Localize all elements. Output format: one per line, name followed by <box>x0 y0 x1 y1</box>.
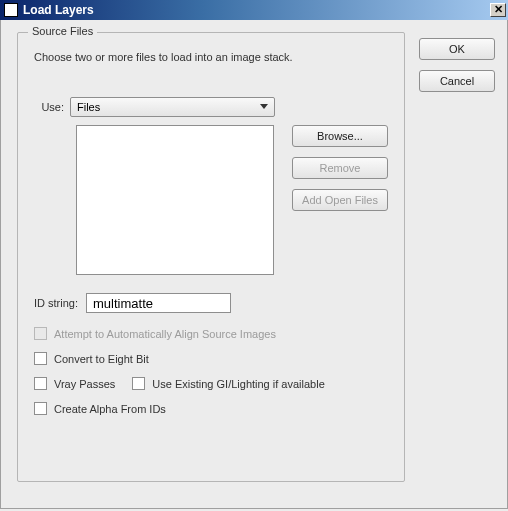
id-string-row: ID string: <box>34 293 388 313</box>
vray-gi-row: Vray Passes Use Existing GI/Lighting if … <box>34 377 388 390</box>
id-string-input[interactable] <box>86 293 231 313</box>
right-button-panel: OK Cancel <box>419 32 495 92</box>
create-alpha-row: Create Alpha From IDs <box>34 402 388 415</box>
files-listbox[interactable] <box>76 125 274 275</box>
window-title: Load Layers <box>23 3 490 17</box>
eight-bit-label: Convert to Eight Bit <box>54 353 149 365</box>
remove-button[interactable]: Remove <box>292 157 388 179</box>
list-side-buttons: Browse... Remove Add Open Files <box>292 125 388 211</box>
group-legend: Source Files <box>28 25 97 37</box>
create-alpha-label: Create Alpha From IDs <box>54 403 166 415</box>
group-description: Choose two or more files to load into an… <box>34 51 388 63</box>
app-icon <box>4 3 18 17</box>
eight-bit-row: Convert to Eight Bit <box>34 352 388 365</box>
use-existing-gi-checkbox[interactable] <box>132 377 145 390</box>
use-label: Use: <box>34 101 70 113</box>
source-files-group: Source Files Choose two or more files to… <box>17 32 405 482</box>
vray-passes-label: Vray Passes <box>54 378 115 390</box>
auto-align-label: Attempt to Automatically Align Source Im… <box>54 328 276 340</box>
id-string-label: ID string: <box>34 297 78 309</box>
use-existing-gi-label: Use Existing GI/Lighting if available <box>152 378 324 390</box>
vray-passes-checkbox[interactable] <box>34 377 47 390</box>
use-select-value: Files <box>77 101 100 113</box>
use-row: Use: Files <box>34 97 388 117</box>
auto-align-checkbox <box>34 327 47 340</box>
browse-button[interactable]: Browse... <box>292 125 388 147</box>
use-existing-gi-row: Use Existing GI/Lighting if available <box>132 377 324 390</box>
cancel-button[interactable]: Cancel <box>419 70 495 92</box>
ok-button[interactable]: OK <box>419 38 495 60</box>
use-select[interactable]: Files <box>70 97 275 117</box>
titlebar: Load Layers ✕ <box>0 0 508 20</box>
add-open-files-button[interactable]: Add Open Files <box>292 189 388 211</box>
eight-bit-checkbox[interactable] <box>34 352 47 365</box>
list-row: Browse... Remove Add Open Files <box>34 125 388 293</box>
close-icon[interactable]: ✕ <box>490 3 506 17</box>
auto-align-row: Attempt to Automatically Align Source Im… <box>34 327 388 340</box>
create-alpha-checkbox[interactable] <box>34 402 47 415</box>
dialog-body: Source Files Choose two or more files to… <box>0 20 508 509</box>
vray-passes-row: Vray Passes <box>34 377 115 390</box>
chevron-down-icon <box>260 104 268 109</box>
